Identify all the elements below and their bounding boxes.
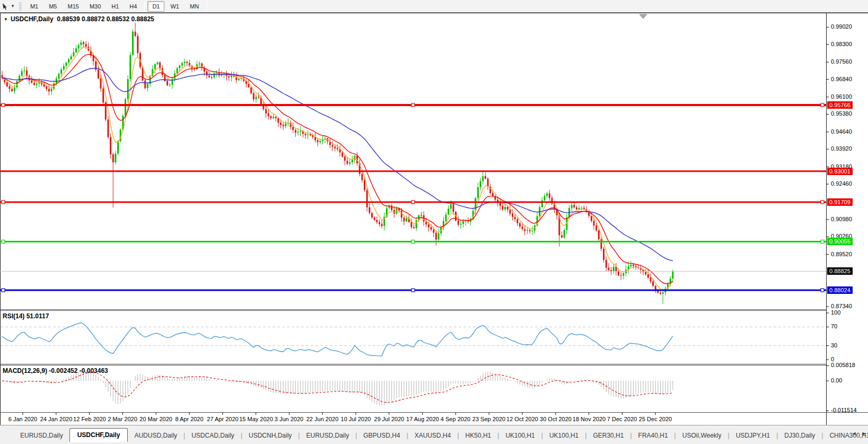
- application-window: ▼ USDCHF,Daily 0.88539 0.88872 0.88532 0…: [0, 0, 868, 444]
- tab-audusd-daily[interactable]: AUDUSD,Daily: [128, 429, 183, 442]
- tab-eurusd-daily[interactable]: EURUSD,Daily: [300, 429, 355, 442]
- chart-ohlc-values: 0.88539 0.88872 0.88532 0.88825: [54, 15, 154, 23]
- date-axis-label-20-mar-2020: 20 Mar 2020: [139, 416, 172, 423]
- date-axis-label-7-dec-2020: 7 Dec 2020: [607, 416, 637, 423]
- date-axis-label-18-nov-2020: 18 Nov 2020: [573, 416, 606, 423]
- date-axis-label-23-sep-2020: 23 Sep 2020: [472, 416, 505, 423]
- date-axis-label-30-oct-2020: 30 Oct 2020: [540, 416, 572, 423]
- toolbar-grip[interactable]: [19, 2, 22, 11]
- price-axis-label-0.89520: 0.89520: [831, 251, 852, 258]
- price-axis-label-0.97560: 0.97560: [831, 58, 852, 65]
- date-axis-label-4-sep-2020: 4 Sep 2020: [441, 416, 470, 423]
- tab-usdjpy-h1[interactable]: USDJPY,H1: [730, 429, 776, 442]
- chart-title: ▼ USDCHF,Daily 0.88539 0.88872 0.88532 0…: [4, 15, 154, 23]
- date-axis-label-24-jan-2020: 24 Jan 2020: [40, 416, 73, 423]
- price-axis-label-0.98300: 0.98300: [831, 41, 852, 48]
- tab-fra40-h1[interactable]: FRA40,H1: [632, 429, 674, 442]
- price-axis-label-0.94640: 0.94640: [831, 128, 852, 135]
- chart-dropdown-icon[interactable]: ▼: [4, 17, 8, 22]
- tab-scroll-buttons: ◄ ►: [852, 431, 866, 436]
- rsi-scale-label-70: 70: [831, 323, 837, 330]
- tab-uk100-h1[interactable]: UK100,H1: [499, 429, 541, 442]
- timeframe-button-h4[interactable]: H4: [125, 1, 142, 12]
- macd-indicator-label: MACD(12,26,9) -0.002452 -0.003463: [3, 367, 108, 375]
- level-price-label-0.91709: 0.91709: [827, 198, 853, 206]
- timeframe-button-m30[interactable]: M30: [85, 1, 106, 12]
- current-price-label: 0.88825: [827, 267, 853, 275]
- timeframe-button-d1[interactable]: D1: [147, 1, 164, 12]
- macd-scale-label-0.00: 0.00: [831, 377, 842, 384]
- date-axis-label-6-jan-2020: 6 Jan 2020: [8, 416, 37, 423]
- tab-scroll-left-icon[interactable]: ◄: [852, 431, 856, 436]
- top-toolbar: ▼ M1M5M15M30H1H4D1W1MN: [0, 0, 868, 13]
- price-axis-label-0.92460: 0.92460: [831, 180, 852, 187]
- price-axis-label-0.96100: 0.96100: [831, 93, 852, 100]
- tab-xauusd-h4[interactable]: XAUUSD,H4: [408, 429, 458, 442]
- tab-usoil-weekly[interactable]: USOil,Weekly: [676, 429, 728, 442]
- chart-overlays: ▼ USDCHF,Daily 0.88539 0.88872 0.88532 0…: [0, 0, 868, 444]
- tab-uk100-h1[interactable]: UK100,H1: [543, 429, 585, 442]
- level-price-label-0.93001: 0.93001: [827, 168, 853, 175]
- date-axis-label-29-jul-2020: 29 Jul 2020: [374, 416, 405, 423]
- rsi-scale-label-30: 30: [831, 342, 837, 349]
- date-axis-label-10-jul-2020: 10 Jul 2020: [341, 416, 371, 423]
- tab-dj30-daily[interactable]: DJ30,Daily: [778, 429, 821, 442]
- tab-hk50-h1[interactable]: HK50,H1: [459, 429, 498, 442]
- date-axis-label-12-oct-2020: 12 Oct 2020: [506, 416, 538, 423]
- symbol-tab-bar: EURUSD,DailyUSDCHF,DailyAUDUSD,Daily|USD…: [0, 425, 868, 444]
- date-axis-label-12-feb-2020: 12 Feb 2020: [73, 416, 106, 423]
- timeframe-button-m5[interactable]: M5: [44, 1, 62, 12]
- price-axis-label-0.96840: 0.96840: [831, 76, 852, 83]
- tab-ger30-h1[interactable]: GER30,H1: [586, 429, 630, 442]
- tab-usdcad-daily[interactable]: USDCAD,Daily: [185, 429, 241, 442]
- rsi-indicator-label: RSI(14) 51.0117: [3, 312, 49, 320]
- toolbar-separator: [206, 2, 207, 11]
- date-axis-label-3-jun-2020: 3 Jun 2020: [275, 416, 303, 423]
- timeframe-buttons: M1M5M15M30H1H4D1W1MN: [25, 0, 209, 13]
- timeframe-button-m15[interactable]: M15: [63, 1, 83, 12]
- macd-scale-label-0.005818: 0.005818: [831, 362, 855, 369]
- date-axis-label-22-jun-2020: 22 Jun 2020: [306, 416, 339, 423]
- macd-scale-label--0.011514: -0.011514: [831, 407, 857, 414]
- level-price-label-0.90055: 0.90055: [827, 238, 853, 245]
- tab-gbpusd-h4[interactable]: GBPUSD,H4: [357, 429, 406, 442]
- symbol-tabs: EURUSD,DailyUSDCHF,DailyAUDUSD,Daily|USD…: [14, 427, 868, 442]
- timeframe-button-w1[interactable]: W1: [165, 1, 184, 12]
- timeframe-button-m1[interactable]: M1: [25, 1, 43, 12]
- date-axis-label-15-may-2020: 15 May 2020: [239, 416, 273, 423]
- cursor-tool-icon[interactable]: [1, 2, 10, 11]
- date-axis-label-27-apr-2020: 27 Apr 2020: [207, 416, 238, 423]
- tab-usdchf-daily[interactable]: USDCHF,Daily: [69, 428, 128, 442]
- timeframe-button-h1[interactable]: H1: [107, 1, 124, 12]
- price-axis-label-0.99020: 0.99020: [831, 23, 852, 30]
- tab-scroll-right-icon[interactable]: ►: [862, 431, 866, 436]
- price-axis-label-0.95380: 0.95380: [831, 110, 852, 117]
- chart-symbol-label: USDCHF,Daily: [11, 15, 54, 23]
- tab-eurusd-daily[interactable]: EURUSD,Daily: [14, 429, 69, 442]
- date-axis-label-17-aug-2020: 17 Aug 2020: [406, 416, 439, 423]
- price-axis-label-0.93920: 0.93920: [831, 145, 852, 152]
- date-axis-label-2-mar-2020: 2 Mar 2020: [108, 416, 137, 423]
- toolbar-separator: [144, 2, 145, 11]
- price-axis-label-0.90980: 0.90980: [831, 216, 852, 223]
- rsi-scale-label-100: 100: [831, 309, 840, 316]
- level-price-label-0.88024: 0.88024: [827, 286, 853, 294]
- tab-usdcnh-daily[interactable]: USDCNH,Daily: [242, 429, 298, 442]
- date-axis-label-25-dec-2020: 25 Dec 2020: [639, 416, 672, 423]
- date-axis-label-8-apr-2020: 8 Apr 2020: [175, 416, 203, 423]
- timeframe-button-mn[interactable]: MN: [185, 1, 204, 12]
- level-price-label-0.95766: 0.95766: [827, 101, 853, 109]
- cursor-tool-dropdown-icon[interactable]: ▼: [11, 4, 15, 8]
